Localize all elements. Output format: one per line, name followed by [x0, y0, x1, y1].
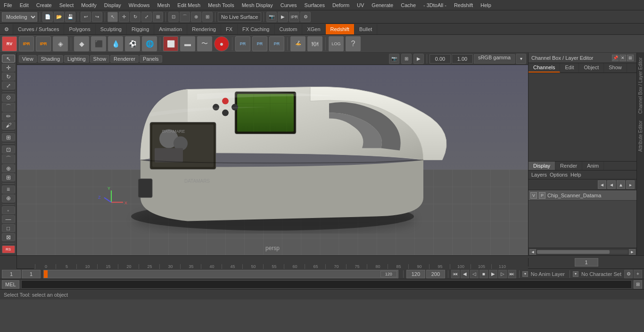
scale-tool-lt[interactable]: ⤢: [2, 81, 15, 89]
snap-grid-lt[interactable]: ⊡: [2, 146, 15, 154]
shelf-tab-fx[interactable]: FX: [221, 24, 238, 34]
command-language-selector[interactable]: MEL: [2, 280, 19, 289]
snap-curve-button[interactable]: ⌒: [180, 12, 190, 22]
range-start-input[interactable]: [2, 270, 21, 278]
menu-edit-mesh[interactable]: Edit Mesh: [173, 1, 204, 9]
cb-close-button[interactable]: ✕: [619, 55, 626, 61]
layer-sort-button[interactable]: ▲: [617, 180, 625, 189]
layer-row[interactable]: V P Chip_Scanner_Datama: [528, 190, 636, 201]
menu-uv[interactable]: UV: [353, 1, 368, 9]
shelf-icon-rs1[interactable]: ◈: [53, 36, 68, 51]
shelf-tab-custom[interactable]: Custom: [275, 24, 303, 34]
shelf-tab-sculpting[interactable]: Sculpting: [96, 24, 127, 34]
shelf-icon-food1[interactable]: 🍲: [290, 36, 305, 51]
layer-menu-layers[interactable]: Layers: [531, 172, 547, 178]
show-manip-lt[interactable]: ⊞: [2, 133, 15, 141]
menu-edit[interactable]: Edit: [16, 1, 33, 9]
layer-add-button[interactable]: ◄: [598, 180, 606, 189]
channel-box-side-tab[interactable]: Channel Box / Layer Editor: [636, 55, 644, 117]
workspace-selector[interactable]: Modeling: [2, 12, 37, 22]
menu-redshift[interactable]: Redshift: [450, 1, 477, 9]
shelf-icon-drop[interactable]: 💧: [108, 36, 123, 51]
shelf-tab-rigging[interactable]: Rigging: [127, 24, 154, 34]
cb-tab-object[interactable]: Object: [579, 63, 604, 73]
move-tool-button[interactable]: ✛: [119, 12, 129, 22]
components-lt[interactable]: ⊕: [2, 194, 15, 202]
shelf-icon-pr2[interactable]: PR: [252, 36, 267, 51]
camera-button[interactable]: 📷: [266, 12, 277, 22]
attribute-editor-side-tab[interactable]: Attribute Editor: [636, 118, 644, 154]
cb-tab-edit[interactable]: Edit: [560, 63, 579, 73]
shelf-tab-xgen[interactable]: XGen: [302, 24, 325, 34]
menu-windows[interactable]: Windows: [125, 1, 154, 9]
cb-tab-show[interactable]: Show: [604, 63, 627, 73]
scroll-left-button[interactable]: ◄: [529, 249, 536, 255]
shelf-settings-icon[interactable]: ⚙: [0, 24, 13, 34]
range-end-input2[interactable]: [426, 270, 445, 278]
snap-point-lt[interactable]: ⊕: [2, 164, 15, 172]
cb-tab-channels[interactable]: Channels: [528, 63, 560, 73]
step-back-button[interactable]: ◀: [461, 270, 469, 278]
char-set-chevron[interactable]: ▾: [573, 271, 578, 277]
new-scene-button[interactable]: 📄: [42, 12, 53, 22]
end-frame-display[interactable]: [380, 271, 397, 277]
menu-curves[interactable]: Curves: [277, 1, 301, 9]
render-settings-button[interactable]: ⚙: [300, 12, 311, 22]
shelf-tab-bullet[interactable]: Bullet: [355, 24, 378, 34]
shelf-icon-help[interactable]: ?: [346, 36, 361, 51]
menu-generate[interactable]: Generate: [368, 1, 397, 9]
shelf-icon-sphere[interactable]: ⚽: [125, 36, 140, 51]
menu-file[interactable]: File: [0, 1, 16, 9]
open-scene-button[interactable]: 📂: [54, 12, 64, 22]
current-frame-input[interactable]: [575, 258, 598, 267]
shelf-tab-animation[interactable]: Animation: [154, 24, 187, 34]
play-forward-button[interactable]: ▶: [489, 270, 497, 278]
lasso-lt[interactable]: ⌒: [2, 103, 15, 112]
snap-point-button[interactable]: ⊕: [191, 12, 201, 22]
render-button[interactable]: ▶: [278, 12, 288, 22]
outliner-lt[interactable]: ≡: [2, 186, 15, 194]
step-forward-button[interactable]: ▷: [498, 270, 507, 278]
shelf-icon-pr1[interactable]: PR: [235, 36, 250, 51]
menu-display[interactable]: Display: [100, 1, 125, 9]
frame-field2[interactable]: [22, 270, 41, 278]
ipr-button[interactable]: IPR: [289, 12, 299, 22]
menu-select[interactable]: Select: [56, 1, 78, 9]
snap-grid-button[interactable]: ⊡: [168, 12, 179, 22]
menu-create[interactable]: Create: [33, 1, 56, 9]
scrollbar-track[interactable]: [537, 250, 628, 254]
layer-visibility-toggle[interactable]: V: [530, 192, 537, 199]
layer-playback-toggle[interactable]: P: [539, 192, 545, 199]
range-end-input1[interactable]: [406, 270, 425, 278]
vp-chevron-btn[interactable]: ▾: [516, 54, 526, 64]
layer-tab-render[interactable]: Render: [555, 162, 582, 170]
shelf-tab-polygons[interactable]: Polygons: [64, 24, 95, 34]
command-options-button[interactable]: ⊞: [634, 280, 642, 289]
view-menu[interactable]: View: [19, 55, 37, 63]
poly-vert-lt[interactable]: ◦: [2, 206, 15, 214]
shelf-icon-cube[interactable]: ⬛: [91, 36, 106, 51]
viewport-canvas[interactable]: DATAMARE DATAMARS: [17, 65, 528, 255]
anim-layer-chevron[interactable]: ▾: [522, 271, 528, 277]
char-set-add-button[interactable]: +: [634, 270, 642, 278]
layer-menu-options[interactable]: Options: [550, 172, 568, 178]
shelf-icon-ipr2[interactable]: IPR: [36, 36, 51, 51]
shelf-icon-env[interactable]: 🌐: [142, 36, 157, 51]
shelf-icon-red-ball[interactable]: ●: [214, 36, 229, 51]
skip-start-button[interactable]: ⏮: [451, 270, 460, 278]
redo-button[interactable]: ↪: [92, 12, 102, 22]
artisan-lt[interactable]: 🖌: [2, 121, 15, 130]
command-input[interactable]: [21, 280, 632, 289]
menu-modify[interactable]: Modify: [77, 1, 100, 9]
select-tool-lt[interactable]: ↖: [2, 55, 15, 63]
save-scene-button[interactable]: 💾: [65, 12, 75, 22]
shelf-icon-strip[interactable]: ▬: [180, 36, 195, 51]
shelf-tab-curves-surfaces[interactable]: Curves / Surfaces: [13, 24, 64, 34]
soft-select-lt[interactable]: ⊙: [2, 94, 15, 102]
shelf-icon-food2[interactable]: 🍽: [307, 36, 322, 51]
layer-remove-button[interactable]: ◄: [607, 180, 616, 189]
rs-icon-lt[interactable]: RS: [2, 245, 15, 253]
shelf-icon-rv[interactable]: RV: [2, 36, 17, 51]
transform-tool-button[interactable]: ⊞: [153, 12, 163, 22]
rotate-tool-lt[interactable]: ↻: [2, 73, 15, 81]
